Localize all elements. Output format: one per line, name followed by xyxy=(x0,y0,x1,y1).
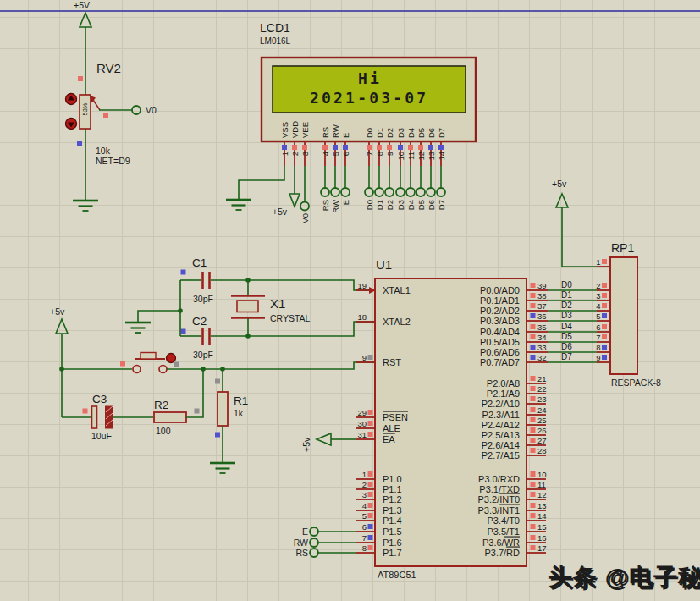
u1-pin-label: P0.1/AD1 xyxy=(480,295,520,306)
pin-state-square xyxy=(78,76,83,81)
lcd-pin-name: RS xyxy=(321,127,330,138)
c2-ref: C2 xyxy=(192,315,207,328)
u1-pin-label: PSEN xyxy=(383,412,408,422)
lcd-pin-name: D5 xyxy=(416,128,426,138)
u1-pin-label: P1.0 xyxy=(383,474,402,484)
u1-pin-number: 1 xyxy=(362,470,367,479)
u1-pin-number: 3 xyxy=(362,490,367,499)
terminal-label: D1 xyxy=(375,200,384,210)
u1-pin-label: P1.4 xyxy=(383,516,402,526)
x1-ref: X1 xyxy=(270,296,285,311)
net-label: D6 xyxy=(561,342,572,351)
u1-model: AT89C51 xyxy=(378,570,416,580)
u1-pin-label: P1.6 xyxy=(383,538,402,548)
pin-state-square xyxy=(531,334,536,339)
u1-pin-number: 28 xyxy=(537,446,547,455)
u1-pin-label: P0.5/AD5 xyxy=(480,337,520,347)
lcd-pin-number: 7 xyxy=(365,152,374,156)
terminal-label: D4 xyxy=(406,200,416,210)
rp1-pin-number: 1 xyxy=(596,257,600,267)
u1-pin-label: P3.1/TXD xyxy=(479,484,520,494)
terminal-label: RW xyxy=(294,538,308,548)
u1-pin-label: P2.3/A11 xyxy=(482,410,520,420)
reset-button[interactable] xyxy=(141,353,156,360)
u1-pin-number: 11 xyxy=(537,480,546,489)
pin-state-square xyxy=(602,345,607,350)
pin-state-square xyxy=(531,303,536,308)
pin-state-square xyxy=(531,427,536,433)
pin-state-square xyxy=(181,329,186,334)
r2-body[interactable] xyxy=(154,412,186,422)
pin-state-square xyxy=(531,293,536,298)
terminal-label: V0 xyxy=(300,213,310,223)
pin-state-square xyxy=(531,448,536,453)
u1-pin-label: P3.5/T1 xyxy=(487,527,520,537)
x1-body[interactable] xyxy=(237,300,258,312)
u1-pin-label: P3.3/INT1 xyxy=(477,505,520,516)
pin-state-square xyxy=(531,524,536,529)
lcd-pin-name: VEE xyxy=(300,122,310,138)
pin-state-square xyxy=(602,334,607,339)
u1-pin-label: P0.7/AD7 xyxy=(480,357,520,367)
wire-junction xyxy=(245,334,251,339)
lcd-pin-name: D6 xyxy=(427,128,436,138)
lcd-pin-name: D3 xyxy=(396,128,405,138)
lcd-pin-number: 5 xyxy=(331,152,340,156)
u1-pin-number: 25 xyxy=(537,416,547,425)
u1-pin-number: 27 xyxy=(537,436,547,445)
rp1-pin-number: 6 xyxy=(596,323,600,332)
lcd-display-line2: 2021-03-07 xyxy=(310,89,428,107)
reset-button-actuator[interactable] xyxy=(167,354,176,363)
power-label: +5v xyxy=(273,207,288,217)
pin-state-square xyxy=(322,145,328,150)
pin-state-square xyxy=(368,482,373,487)
lcd-model: LM016L xyxy=(260,36,291,46)
r1-body[interactable] xyxy=(218,392,228,426)
lcd-pin-number: 12 xyxy=(416,152,426,161)
u1-pin-label: EA xyxy=(383,434,395,444)
u1-pin-label: P1.3 xyxy=(383,505,402,516)
u1-pin-number: 10 xyxy=(537,470,547,479)
u1-pin-number: 35 xyxy=(537,323,547,332)
rp1-pin-number: 5 xyxy=(596,312,600,321)
pin-state-square xyxy=(103,113,108,118)
u1-pin-label: P2.0/A8 xyxy=(487,378,520,389)
terminal-label: RW xyxy=(331,200,340,213)
lcd-display-line1: Hi xyxy=(358,69,382,87)
wire-junction xyxy=(220,367,225,372)
pin-state-square xyxy=(174,362,179,367)
u1-pin-number: 21 xyxy=(537,374,547,383)
u1-pin-label: XTAL1 xyxy=(383,285,411,295)
u1-pin-number: 12 xyxy=(537,490,547,499)
pin-state-square xyxy=(368,421,373,426)
u1-pin-label: P3.4/T0 xyxy=(487,516,520,526)
rv2-wiper-percent: 53% xyxy=(81,102,89,115)
pin-state-square xyxy=(602,324,607,329)
lcd-pin-name: D2 xyxy=(385,128,394,138)
terminal-label: E xyxy=(302,527,308,537)
lcd-pin-name: D1 xyxy=(375,128,384,138)
rv2-value: 10k xyxy=(96,146,111,156)
u1-pin-label: P0.6/AD6 xyxy=(480,347,520,357)
reset-button-contact xyxy=(133,366,141,373)
rp1-body[interactable] xyxy=(610,257,637,374)
pin-state-square xyxy=(387,145,392,150)
u1-pin-number: 24 xyxy=(537,405,547,415)
watermark: 头条 @电子秘探 xyxy=(548,564,700,590)
pin-state-square xyxy=(531,513,536,518)
pin-state-square xyxy=(368,535,373,540)
x1-value: CRYSTAL xyxy=(270,313,311,323)
c3-body[interactable] xyxy=(92,406,97,428)
power-label: +5v xyxy=(301,437,311,452)
net-label: D5 xyxy=(561,332,572,341)
pin-state-square xyxy=(367,145,372,150)
rp1-pin-number: 2 xyxy=(596,281,600,290)
u1-pin-label: P1.1 xyxy=(383,484,402,494)
pin-state-square xyxy=(120,361,125,367)
rp1-pin-number: 8 xyxy=(596,343,600,352)
rp1-ref: RP1 xyxy=(611,241,634,255)
net-label: D1 xyxy=(561,290,572,300)
pin-state-square xyxy=(531,396,536,401)
pin-state-square xyxy=(602,355,607,360)
c1-ref: C1 xyxy=(192,256,207,269)
